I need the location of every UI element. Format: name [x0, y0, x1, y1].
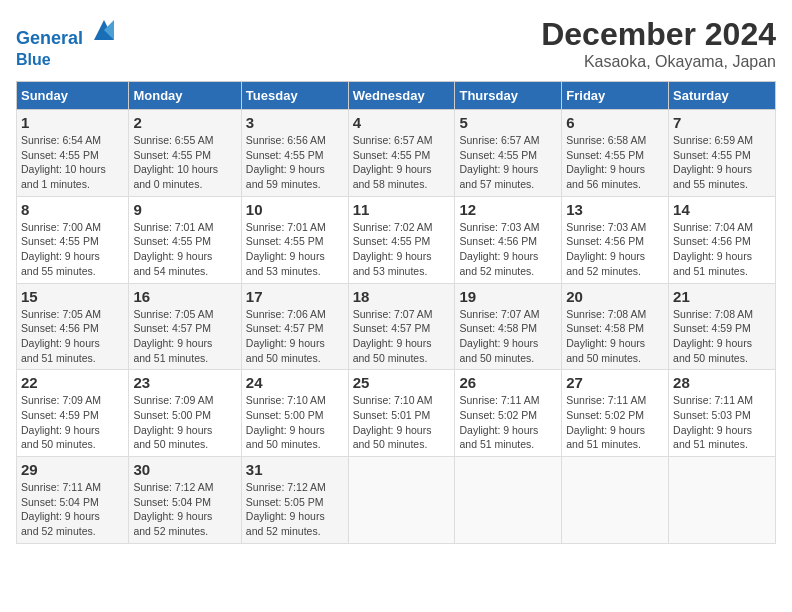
column-header-thursday: Thursday — [455, 82, 562, 110]
day-number: 16 — [133, 288, 236, 305]
calendar-cell — [562, 457, 669, 544]
calendar-cell — [455, 457, 562, 544]
calendar-week-2: 8Sunrise: 7:00 AMSunset: 4:55 PMDaylight… — [17, 196, 776, 283]
day-number: 4 — [353, 114, 451, 131]
day-number: 31 — [246, 461, 344, 478]
day-info: Sunrise: 7:12 AMSunset: 5:04 PMDaylight:… — [133, 480, 236, 539]
calendar-week-5: 29Sunrise: 7:11 AMSunset: 5:04 PMDayligh… — [17, 457, 776, 544]
calendar-cell: 10Sunrise: 7:01 AMSunset: 4:55 PMDayligh… — [241, 196, 348, 283]
calendar-cell: 18Sunrise: 7:07 AMSunset: 4:57 PMDayligh… — [348, 283, 455, 370]
calendar-cell: 4Sunrise: 6:57 AMSunset: 4:55 PMDaylight… — [348, 110, 455, 197]
calendar-cell: 16Sunrise: 7:05 AMSunset: 4:57 PMDayligh… — [129, 283, 241, 370]
calendar-week-3: 15Sunrise: 7:05 AMSunset: 4:56 PMDayligh… — [17, 283, 776, 370]
day-number: 23 — [133, 374, 236, 391]
calendar-cell: 9Sunrise: 7:01 AMSunset: 4:55 PMDaylight… — [129, 196, 241, 283]
day-info: Sunrise: 7:12 AMSunset: 5:05 PMDaylight:… — [246, 480, 344, 539]
day-info: Sunrise: 7:09 AMSunset: 4:59 PMDaylight:… — [21, 393, 124, 452]
day-info: Sunrise: 7:10 AMSunset: 5:00 PMDaylight:… — [246, 393, 344, 452]
day-info: Sunrise: 7:05 AMSunset: 4:56 PMDaylight:… — [21, 307, 124, 366]
title-block: December 2024 Kasaoka, Okayama, Japan — [541, 16, 776, 71]
day-number: 13 — [566, 201, 664, 218]
day-info: Sunrise: 7:03 AMSunset: 4:56 PMDaylight:… — [566, 220, 664, 279]
day-info: Sunrise: 7:01 AMSunset: 4:55 PMDaylight:… — [133, 220, 236, 279]
calendar-week-4: 22Sunrise: 7:09 AMSunset: 4:59 PMDayligh… — [17, 370, 776, 457]
day-info: Sunrise: 7:11 AMSunset: 5:02 PMDaylight:… — [459, 393, 557, 452]
column-header-monday: Monday — [129, 82, 241, 110]
calendar-header-row: SundayMondayTuesdayWednesdayThursdayFrid… — [17, 82, 776, 110]
calendar-cell: 15Sunrise: 7:05 AMSunset: 4:56 PMDayligh… — [17, 283, 129, 370]
page-header: General Blue December 2024 Kasaoka, Okay… — [16, 16, 776, 71]
column-header-tuesday: Tuesday — [241, 82, 348, 110]
day-number: 20 — [566, 288, 664, 305]
calendar-cell: 17Sunrise: 7:06 AMSunset: 4:57 PMDayligh… — [241, 283, 348, 370]
day-number: 12 — [459, 201, 557, 218]
day-number: 8 — [21, 201, 124, 218]
logo: General Blue — [16, 16, 118, 69]
calendar-cell: 8Sunrise: 7:00 AMSunset: 4:55 PMDaylight… — [17, 196, 129, 283]
day-info: Sunrise: 7:07 AMSunset: 4:58 PMDaylight:… — [459, 307, 557, 366]
day-number: 3 — [246, 114, 344, 131]
calendar-cell: 11Sunrise: 7:02 AMSunset: 4:55 PMDayligh… — [348, 196, 455, 283]
day-info: Sunrise: 7:07 AMSunset: 4:57 PMDaylight:… — [353, 307, 451, 366]
day-number: 28 — [673, 374, 771, 391]
day-info: Sunrise: 7:09 AMSunset: 5:00 PMDaylight:… — [133, 393, 236, 452]
calendar-cell: 19Sunrise: 7:07 AMSunset: 4:58 PMDayligh… — [455, 283, 562, 370]
logo-icon — [90, 16, 118, 44]
calendar-cell: 3Sunrise: 6:56 AMSunset: 4:55 PMDaylight… — [241, 110, 348, 197]
day-number: 11 — [353, 201, 451, 218]
day-info: Sunrise: 7:05 AMSunset: 4:57 PMDaylight:… — [133, 307, 236, 366]
day-info: Sunrise: 6:56 AMSunset: 4:55 PMDaylight:… — [246, 133, 344, 192]
logo-blue: Blue — [16, 50, 118, 69]
day-number: 2 — [133, 114, 236, 131]
calendar-cell: 5Sunrise: 6:57 AMSunset: 4:55 PMDaylight… — [455, 110, 562, 197]
day-number: 18 — [353, 288, 451, 305]
day-number: 6 — [566, 114, 664, 131]
calendar-cell: 31Sunrise: 7:12 AMSunset: 5:05 PMDayligh… — [241, 457, 348, 544]
day-info: Sunrise: 6:59 AMSunset: 4:55 PMDaylight:… — [673, 133, 771, 192]
day-number: 17 — [246, 288, 344, 305]
day-info: Sunrise: 7:06 AMSunset: 4:57 PMDaylight:… — [246, 307, 344, 366]
calendar-cell: 30Sunrise: 7:12 AMSunset: 5:04 PMDayligh… — [129, 457, 241, 544]
day-number: 15 — [21, 288, 124, 305]
day-number: 24 — [246, 374, 344, 391]
day-info: Sunrise: 7:11 AMSunset: 5:04 PMDaylight:… — [21, 480, 124, 539]
calendar-cell: 28Sunrise: 7:11 AMSunset: 5:03 PMDayligh… — [669, 370, 776, 457]
day-info: Sunrise: 7:08 AMSunset: 4:59 PMDaylight:… — [673, 307, 771, 366]
calendar-cell: 26Sunrise: 7:11 AMSunset: 5:02 PMDayligh… — [455, 370, 562, 457]
column-header-saturday: Saturday — [669, 82, 776, 110]
calendar-week-1: 1Sunrise: 6:54 AMSunset: 4:55 PMDaylight… — [17, 110, 776, 197]
column-header-sunday: Sunday — [17, 82, 129, 110]
calendar-cell: 29Sunrise: 7:11 AMSunset: 5:04 PMDayligh… — [17, 457, 129, 544]
main-title: December 2024 — [541, 16, 776, 53]
calendar-cell: 2Sunrise: 6:55 AMSunset: 4:55 PMDaylight… — [129, 110, 241, 197]
calendar-cell: 12Sunrise: 7:03 AMSunset: 4:56 PMDayligh… — [455, 196, 562, 283]
day-number: 27 — [566, 374, 664, 391]
day-number: 29 — [21, 461, 124, 478]
day-info: Sunrise: 6:57 AMSunset: 4:55 PMDaylight:… — [459, 133, 557, 192]
day-number: 1 — [21, 114, 124, 131]
day-number: 7 — [673, 114, 771, 131]
day-info: Sunrise: 6:57 AMSunset: 4:55 PMDaylight:… — [353, 133, 451, 192]
calendar-cell: 14Sunrise: 7:04 AMSunset: 4:56 PMDayligh… — [669, 196, 776, 283]
day-number: 14 — [673, 201, 771, 218]
calendar-cell: 24Sunrise: 7:10 AMSunset: 5:00 PMDayligh… — [241, 370, 348, 457]
day-number: 21 — [673, 288, 771, 305]
day-number: 30 — [133, 461, 236, 478]
subtitle: Kasaoka, Okayama, Japan — [541, 53, 776, 71]
day-info: Sunrise: 7:00 AMSunset: 4:55 PMDaylight:… — [21, 220, 124, 279]
logo-text: General — [16, 16, 118, 50]
calendar-cell: 6Sunrise: 6:58 AMSunset: 4:55 PMDaylight… — [562, 110, 669, 197]
day-info: Sunrise: 7:01 AMSunset: 4:55 PMDaylight:… — [246, 220, 344, 279]
logo-general: General — [16, 28, 83, 48]
day-info: Sunrise: 7:08 AMSunset: 4:58 PMDaylight:… — [566, 307, 664, 366]
calendar-cell: 13Sunrise: 7:03 AMSunset: 4:56 PMDayligh… — [562, 196, 669, 283]
day-info: Sunrise: 7:04 AMSunset: 4:56 PMDaylight:… — [673, 220, 771, 279]
calendar-cell: 22Sunrise: 7:09 AMSunset: 4:59 PMDayligh… — [17, 370, 129, 457]
calendar-cell: 20Sunrise: 7:08 AMSunset: 4:58 PMDayligh… — [562, 283, 669, 370]
calendar-table: SundayMondayTuesdayWednesdayThursdayFrid… — [16, 81, 776, 544]
column-header-friday: Friday — [562, 82, 669, 110]
day-number: 10 — [246, 201, 344, 218]
calendar-cell: 27Sunrise: 7:11 AMSunset: 5:02 PMDayligh… — [562, 370, 669, 457]
day-info: Sunrise: 6:54 AMSunset: 4:55 PMDaylight:… — [21, 133, 124, 192]
day-number: 25 — [353, 374, 451, 391]
